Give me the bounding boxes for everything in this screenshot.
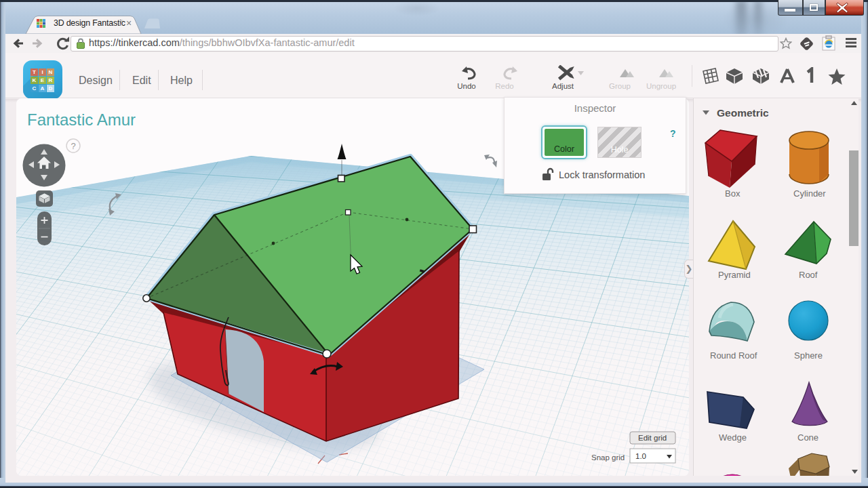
- svg-text:1.0: 1.0: [635, 452, 646, 460]
- svg-text:Edit grid: Edit grid: [638, 434, 667, 442]
- svg-text:Snap grid: Snap grid: [591, 453, 625, 462]
- svg-text:Roof: Roof: [799, 270, 818, 280]
- svg-text:Pyramid: Pyramid: [718, 270, 751, 280]
- svg-text:?: ?: [71, 141, 76, 151]
- svg-text:Cylinder: Cylinder: [793, 188, 826, 199]
- svg-text:Sphere: Sphere: [794, 350, 823, 361]
- svg-text:Wedge: Wedge: [719, 432, 747, 443]
- svg-text:Fantastic Amur: Fantastic Amur: [27, 110, 136, 129]
- svg-text:Round Roof: Round Roof: [710, 350, 757, 361]
- svg-text:Geometric: Geometric: [717, 107, 769, 119]
- svg-text:Cone: Cone: [797, 432, 818, 443]
- svg-text:Box: Box: [725, 188, 741, 199]
